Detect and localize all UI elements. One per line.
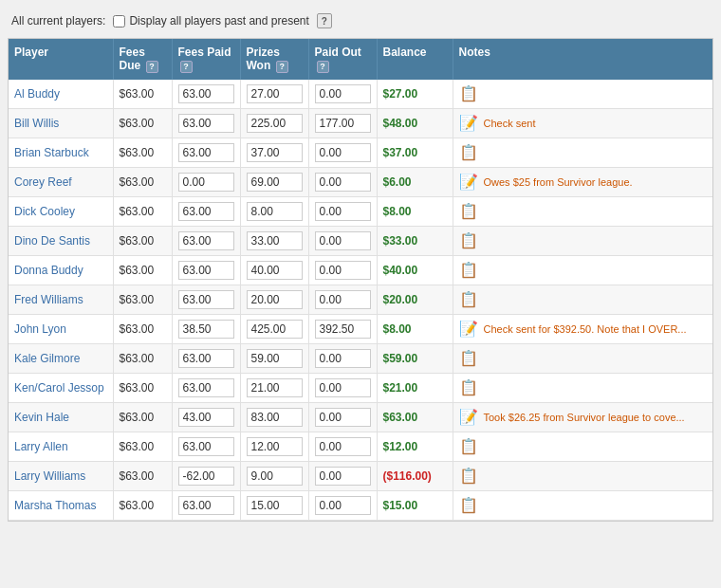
note-empty-icon[interactable]: 📋 xyxy=(459,84,478,102)
paid-out-input[interactable] xyxy=(315,173,371,192)
paid-out-cell[interactable] xyxy=(308,226,377,255)
top-bar-help-icon[interactable]: ? xyxy=(317,13,332,28)
player-name-link[interactable]: Kale Gilmore xyxy=(14,352,80,365)
fees-paid-input[interactable] xyxy=(178,202,234,221)
fees-paid-help-icon[interactable]: ? xyxy=(180,61,193,73)
paid-out-input[interactable] xyxy=(315,378,371,397)
paid-out-cell[interactable] xyxy=(308,255,377,285)
prizes-won-cell[interactable] xyxy=(240,167,308,196)
paid-out-cell[interactable] xyxy=(308,138,377,167)
prizes-won-input[interactable] xyxy=(247,231,303,250)
paid-out-cell[interactable] xyxy=(308,167,377,196)
player-name-link[interactable]: Fred Williams xyxy=(14,293,83,306)
paid-out-cell[interactable] xyxy=(308,80,377,109)
paid-out-cell[interactable] xyxy=(308,461,377,490)
prizes-won-input[interactable] xyxy=(247,467,303,486)
prizes-won-cell[interactable] xyxy=(240,402,308,432)
fees-paid-cell[interactable] xyxy=(172,285,240,314)
fees-paid-cell[interactable] xyxy=(172,138,240,167)
paid-out-input[interactable] xyxy=(315,496,371,515)
fees-paid-input[interactable] xyxy=(178,437,234,456)
paid-out-input[interactable] xyxy=(315,143,371,162)
prizes-won-input[interactable] xyxy=(247,202,303,221)
player-name-link[interactable]: Al Buddy xyxy=(14,87,60,101)
prizes-won-input[interactable] xyxy=(247,378,303,397)
fees-due-help-icon[interactable]: ? xyxy=(146,61,158,73)
prizes-won-cell[interactable] xyxy=(240,432,308,461)
player-name-link[interactable]: Larry Williams xyxy=(14,469,85,483)
fees-paid-input[interactable] xyxy=(178,496,234,515)
paid-out-input[interactable] xyxy=(315,290,371,309)
player-name-link[interactable]: Dick Cooley xyxy=(14,205,75,218)
note-filled-icon[interactable]: 📝 xyxy=(459,173,478,191)
paid-out-input[interactable] xyxy=(315,320,371,339)
player-name-link[interactable]: Ken/Carol Jessop xyxy=(14,381,104,395)
prizes-won-input[interactable] xyxy=(247,143,303,162)
prizes-won-cell[interactable] xyxy=(240,80,308,109)
note-empty-icon[interactable]: 📋 xyxy=(459,261,478,279)
prizes-won-input[interactable] xyxy=(247,320,303,339)
prizes-won-cell[interactable] xyxy=(240,285,308,314)
player-name-link[interactable]: Marsha Thomas xyxy=(14,499,96,512)
note-empty-icon[interactable]: 📋 xyxy=(459,496,478,514)
fees-paid-cell[interactable] xyxy=(172,314,240,343)
note-filled-icon[interactable]: 📝 xyxy=(459,408,478,426)
paid-out-cell[interactable] xyxy=(308,196,377,226)
paid-out-input[interactable] xyxy=(315,349,371,368)
paid-out-input[interactable] xyxy=(315,261,371,280)
player-name-link[interactable]: Larry Allen xyxy=(14,440,68,453)
player-name-link[interactable]: John Lyon xyxy=(14,322,66,336)
paid-out-input[interactable] xyxy=(315,437,371,456)
prizes-won-help-icon[interactable]: ? xyxy=(276,61,288,73)
note-empty-icon[interactable]: 📋 xyxy=(459,202,478,220)
prizes-won-cell[interactable] xyxy=(240,490,308,520)
fees-paid-input[interactable] xyxy=(178,320,234,339)
note-empty-icon[interactable]: 📋 xyxy=(459,437,478,455)
fees-paid-input[interactable] xyxy=(178,84,234,103)
note-empty-icon[interactable]: 📋 xyxy=(459,231,478,249)
paid-out-cell[interactable] xyxy=(308,285,377,314)
paid-out-cell[interactable] xyxy=(308,343,377,373)
paid-out-input[interactable] xyxy=(315,408,371,427)
fees-paid-cell[interactable] xyxy=(172,461,240,490)
player-name-link[interactable]: Brian Starbuck xyxy=(14,146,89,159)
paid-out-input[interactable] xyxy=(315,202,371,221)
prizes-won-cell[interactable] xyxy=(240,226,308,255)
paid-out-cell[interactable] xyxy=(308,108,377,138)
note-empty-icon[interactable]: 📋 xyxy=(459,143,478,161)
fees-paid-input[interactable] xyxy=(178,143,234,162)
fees-paid-cell[interactable] xyxy=(172,490,240,520)
note-filled-icon[interactable]: 📝 xyxy=(459,114,478,132)
fees-paid-input[interactable] xyxy=(178,173,234,192)
fees-paid-input[interactable] xyxy=(178,467,234,486)
fees-paid-input[interactable] xyxy=(178,349,234,368)
fees-paid-cell[interactable] xyxy=(172,226,240,255)
prizes-won-cell[interactable] xyxy=(240,461,308,490)
paid-out-cell[interactable] xyxy=(308,490,377,520)
paid-out-cell[interactable] xyxy=(308,314,377,343)
fees-paid-cell[interactable] xyxy=(172,80,240,109)
fees-paid-input[interactable] xyxy=(178,114,234,133)
player-name-link[interactable]: Bill Willis xyxy=(14,117,59,130)
fees-paid-input[interactable] xyxy=(178,231,234,250)
paid-out-cell[interactable] xyxy=(308,402,377,432)
paid-out-input[interactable] xyxy=(315,84,371,103)
fees-paid-cell[interactable] xyxy=(172,432,240,461)
prizes-won-input[interactable] xyxy=(247,408,303,427)
prizes-won-input[interactable] xyxy=(247,290,303,309)
prizes-won-cell[interactable] xyxy=(240,196,308,226)
prizes-won-input[interactable] xyxy=(247,114,303,133)
prizes-won-input[interactable] xyxy=(247,261,303,280)
fees-paid-input[interactable] xyxy=(178,408,234,427)
prizes-won-cell[interactable] xyxy=(240,373,308,402)
prizes-won-input[interactable] xyxy=(247,84,303,103)
paid-out-cell[interactable] xyxy=(308,432,377,461)
player-name-link[interactable]: Dino De Santis xyxy=(14,234,90,248)
prizes-won-input[interactable] xyxy=(247,496,303,515)
fees-paid-input[interactable] xyxy=(178,261,234,280)
note-filled-icon[interactable]: 📝 xyxy=(459,320,478,338)
prizes-won-cell[interactable] xyxy=(240,255,308,285)
fees-paid-cell[interactable] xyxy=(172,108,240,138)
paid-out-input[interactable] xyxy=(315,114,371,133)
prizes-won-input[interactable] xyxy=(247,349,303,368)
